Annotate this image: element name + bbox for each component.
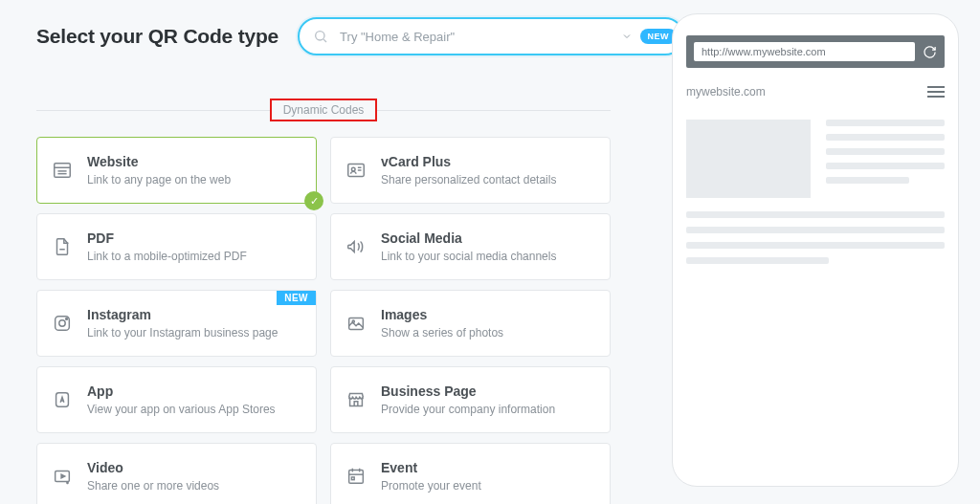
chevron-down-icon[interactable] bbox=[621, 31, 633, 42]
video-icon bbox=[51, 465, 74, 488]
svg-point-12 bbox=[59, 320, 65, 326]
section-divider: Dynamic Codes bbox=[36, 99, 611, 121]
card-texts: AppView your app on various App Stores bbox=[87, 383, 276, 417]
refresh-icon[interactable] bbox=[923, 45, 937, 59]
divider-line bbox=[377, 110, 611, 111]
card-texts: ImagesShow a series of photos bbox=[381, 306, 503, 340]
divider-line bbox=[36, 110, 270, 111]
card-title: Images bbox=[381, 306, 503, 324]
placeholder-line bbox=[826, 163, 945, 169]
card-images[interactable]: ImagesShow a series of photos bbox=[330, 290, 611, 357]
card-title: Social Media bbox=[381, 230, 556, 248]
card-desc: Share personalized contact details bbox=[381, 172, 556, 187]
new-badge: NEW bbox=[277, 291, 316, 305]
card-social[interactable]: Social MediaLink to your social media ch… bbox=[330, 213, 611, 280]
card-title: vCard Plus bbox=[381, 153, 556, 171]
preview-body bbox=[686, 120, 945, 198]
card-vcard[interactable]: vCard PlusShare personalized contact det… bbox=[330, 137, 611, 204]
card-title: Website bbox=[87, 153, 231, 171]
page-title: Select your QR Code type bbox=[36, 25, 278, 48]
placeholder-line bbox=[826, 134, 945, 141]
search-icon bbox=[313, 29, 328, 44]
page-root: Select your QR Code type NEW Dynamic Cod… bbox=[0, 0, 980, 504]
megaphone-icon bbox=[345, 235, 368, 258]
search-input[interactable] bbox=[338, 29, 613, 45]
card-title: Instagram bbox=[87, 306, 278, 324]
website-icon bbox=[51, 159, 74, 182]
card-texts: PDFLink to a mobile-optimized PDF bbox=[87, 230, 247, 264]
url-field[interactable]: http://www.mywebsite.com bbox=[694, 42, 915, 61]
instagram-icon bbox=[51, 312, 74, 335]
card-desc: Promote your event bbox=[381, 478, 481, 493]
card-title: Business Page bbox=[381, 383, 555, 401]
phone-preview: http://www.mywebsite.com mywebsite.com bbox=[672, 13, 959, 487]
card-texts: Business PageProvide your company inform… bbox=[381, 383, 555, 417]
images-icon bbox=[345, 312, 368, 335]
card-event[interactable]: EventPromote your event bbox=[330, 443, 611, 504]
card-texts: vCard PlusShare personalized contact det… bbox=[381, 153, 556, 187]
search-field[interactable]: NEW bbox=[298, 17, 684, 55]
card-texts: VideoShare one or more videos bbox=[87, 459, 219, 493]
svg-point-0 bbox=[316, 32, 324, 40]
card-title: Event bbox=[381, 459, 481, 477]
card-desc: Link to your social media channels bbox=[381, 249, 556, 264]
svg-rect-2 bbox=[55, 164, 71, 178]
qr-type-grid: WebsiteLink to any page on the web✓vCard… bbox=[36, 137, 611, 504]
card-texts: EventPromote your event bbox=[381, 459, 481, 493]
event-icon bbox=[345, 465, 368, 488]
card-title: PDF bbox=[87, 230, 247, 248]
placeholder-line bbox=[686, 242, 945, 249]
card-texts: WebsiteLink to any page on the web bbox=[87, 153, 231, 187]
card-desc: Provide your company information bbox=[381, 402, 555, 417]
card-desc: Link to your Instagram business page bbox=[87, 325, 278, 340]
svg-point-7 bbox=[351, 167, 355, 171]
app-icon bbox=[51, 388, 74, 411]
card-desc: Share one or more videos bbox=[87, 478, 219, 493]
card-title: Video bbox=[87, 459, 219, 477]
card-texts: Social MediaLink to your social media ch… bbox=[381, 230, 556, 264]
svg-rect-25 bbox=[351, 477, 354, 480]
placeholder-line bbox=[686, 211, 945, 218]
placeholder-line bbox=[826, 177, 909, 184]
vcard-icon bbox=[345, 159, 368, 182]
card-business[interactable]: Business PageProvide your company inform… bbox=[330, 366, 611, 433]
placeholder-line bbox=[826, 120, 945, 126]
svg-point-13 bbox=[66, 318, 68, 320]
card-pdf[interactable]: PDFLink to a mobile-optimized PDF bbox=[36, 213, 317, 280]
card-desc: Link to any page on the web bbox=[87, 172, 231, 187]
placeholder-paragraph bbox=[686, 211, 945, 264]
section-label-dynamic: Dynamic Codes bbox=[270, 99, 378, 121]
card-title: App bbox=[87, 383, 276, 401]
site-name: mywebsite.com bbox=[686, 85, 766, 99]
svg-rect-16 bbox=[56, 393, 69, 407]
svg-marker-18 bbox=[61, 474, 65, 478]
hamburger-icon[interactable] bbox=[927, 86, 945, 98]
card-instagram[interactable]: InstagramLink to your Instagram business… bbox=[36, 290, 317, 357]
card-desc: Show a series of photos bbox=[381, 325, 503, 340]
placeholder-image bbox=[686, 120, 811, 198]
placeholder-line bbox=[826, 148, 945, 155]
svg-line-1 bbox=[323, 39, 326, 42]
card-desc: Link to a mobile-optimized PDF bbox=[87, 249, 247, 264]
browser-url-bar: http://www.mywebsite.com bbox=[686, 35, 945, 68]
check-icon: ✓ bbox=[304, 191, 323, 210]
card-video[interactable]: VideoShare one or more videos bbox=[36, 443, 317, 504]
placeholder-line bbox=[686, 257, 829, 264]
card-website[interactable]: WebsiteLink to any page on the web✓ bbox=[36, 137, 317, 204]
svg-rect-6 bbox=[348, 164, 365, 177]
svg-point-15 bbox=[352, 320, 354, 322]
card-texts: InstagramLink to your Instagram business… bbox=[87, 306, 278, 340]
preview-header: mywebsite.com bbox=[686, 85, 945, 99]
pdf-icon bbox=[51, 235, 74, 258]
card-app[interactable]: AppView your app on various App Stores bbox=[36, 366, 317, 433]
placeholder-lines bbox=[826, 120, 945, 198]
card-desc: View your app on various App Stores bbox=[87, 402, 276, 417]
placeholder-line bbox=[686, 227, 945, 233]
store-icon bbox=[345, 388, 368, 411]
